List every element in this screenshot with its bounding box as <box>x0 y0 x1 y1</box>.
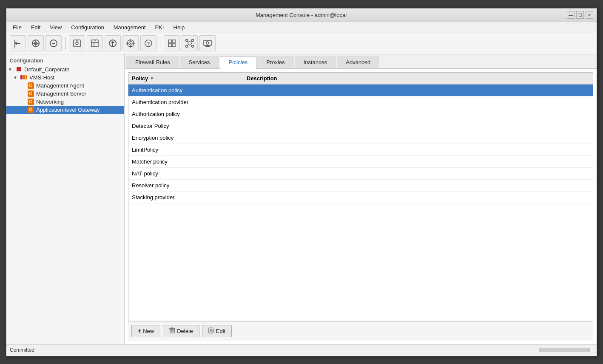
policy-row-encryption-policy[interactable]: Encryption policy <box>128 132 593 144</box>
svg-point-33 <box>186 40 188 42</box>
menu-help[interactable]: Help <box>169 23 190 32</box>
sidebar-label-networking: Networking <box>36 99 64 105</box>
sidebar-label-app-gateway: Application-level Gateway <box>36 107 100 113</box>
edit-button[interactable]: Edit <box>202 325 232 337</box>
toolbar-forward-btn[interactable] <box>28 35 44 51</box>
upload-icon <box>108 39 117 48</box>
policy-row-auth-policy[interactable]: Authentication policy <box>128 85 593 96</box>
toolbar-sep2 <box>160 37 160 50</box>
policy-row-authz-policy[interactable]: Authorization policy <box>128 108 593 120</box>
status-text: Committed <box>10 347 34 353</box>
toolbar-display-btn[interactable] <box>199 35 216 51</box>
tab-content-policies: Policy ▼ Description Authentication poli… <box>125 69 597 344</box>
policy-row-matcher-policy[interactable]: Matcher policy <box>128 156 593 168</box>
back-icon <box>13 39 23 48</box>
sidebar-item-app-gateway[interactable]: C Application-level Gateway <box>6 106 124 114</box>
toolbar-upload-btn[interactable] <box>105 35 121 51</box>
content-area: Firewall Rules Services Policies Proxies… <box>125 54 597 344</box>
scrollbar-area <box>34 348 593 352</box>
toolbar-grid-btn[interactable] <box>164 35 180 51</box>
toolbar-help-btn[interactable]: ? <box>140 35 156 51</box>
policy-desc-stacking-provider <box>243 192 593 203</box>
svg-rect-47 <box>23 75 25 79</box>
policy-name-nat-policy: NAT policy <box>128 168 243 179</box>
policy-desc-auth-policy <box>243 85 593 96</box>
sort-icon: ▼ <box>150 76 154 81</box>
policy-row-stacking-provider[interactable]: Stacking provider <box>128 192 593 203</box>
delete-icon <box>169 327 175 335</box>
svg-rect-11 <box>76 40 78 42</box>
tab-advanced[interactable]: Advanced <box>337 56 379 68</box>
tab-proxies[interactable]: Proxies <box>257 56 293 68</box>
sidebar-item-mgmt-agent[interactable]: C Management Agent <box>6 82 124 90</box>
new-label: New <box>143 328 154 334</box>
help-icon: ? <box>144 39 153 48</box>
sidebar-item-mgmt-server[interactable]: C Management Server <box>6 90 124 98</box>
toolbar-back2-btn[interactable] <box>46 35 62 51</box>
menu-pki[interactable]: PKI <box>151 23 169 32</box>
bottom-toolbar: + New <box>128 321 593 341</box>
tab-firewall-rules[interactable]: Firewall Rules <box>126 56 179 68</box>
config2-icon <box>90 39 100 48</box>
menu-view[interactable]: View <box>45 23 66 32</box>
policy-row-auth-provider[interactable]: Authentication provider <box>128 96 593 108</box>
window-title: Management Console - admin@local <box>35 12 567 18</box>
tab-services[interactable]: Services <box>180 56 219 68</box>
tabs-bar: Firewall Rules Services Policies Proxies… <box>125 54 597 69</box>
policy-name-stacking-provider: Stacking provider <box>128 192 243 203</box>
svg-point-36 <box>192 45 194 48</box>
sidebar-header: Configuration <box>6 56 124 65</box>
policy-name-authz-policy: Authorization policy <box>128 108 243 120</box>
main-window: Management Console - admin@local — ☐ ✕ F… <box>6 8 597 356</box>
sidebar-item-vms-host[interactable]: ▼ VMS-Host <box>6 73 124 82</box>
menu-configuration[interactable]: Configuration <box>66 23 108 32</box>
toggle-icon: ▼ <box>8 67 15 72</box>
toolbar-config1-btn[interactable] <box>69 35 85 51</box>
policy-name-encryption-policy: Encryption policy <box>128 132 243 144</box>
svg-line-37 <box>188 41 188 42</box>
policy-list: Authentication policy Authentication pro… <box>128 85 593 321</box>
new-button[interactable]: + New <box>131 325 160 337</box>
toolbar-target-btn[interactable] <box>122 35 139 51</box>
toolbar-nodes-btn[interactable] <box>182 35 198 51</box>
toolbar-back-btn[interactable] <box>10 35 26 51</box>
svg-rect-30 <box>168 44 171 47</box>
minimize-button[interactable]: — <box>567 11 575 19</box>
tab-policies[interactable]: Policies <box>220 56 257 69</box>
col-desc-header: Description <box>243 73 593 84</box>
svg-rect-28 <box>168 40 171 43</box>
menu-management[interactable]: Management <box>109 23 151 32</box>
svg-rect-29 <box>172 40 175 43</box>
tab-instances[interactable]: Instances <box>295 56 336 68</box>
svg-point-34 <box>192 40 194 42</box>
mgmt-server-icon: C <box>27 90 34 96</box>
svg-rect-51 <box>171 327 173 328</box>
policy-desc-matcher-policy <box>243 156 593 167</box>
menu-edit[interactable]: Edit <box>26 23 45 32</box>
policy-row-limit-policy[interactable]: LimitPolicy <box>128 144 593 156</box>
svg-point-35 <box>186 45 188 48</box>
policy-row-detector-policy[interactable]: Detector Policy <box>128 120 593 132</box>
delete-button[interactable]: Delete <box>163 325 199 337</box>
policy-name-auth-policy: Authentication policy <box>128 85 243 96</box>
policies-panel: Policy ▼ Description Authentication poli… <box>125 69 597 344</box>
svg-point-44 <box>206 42 209 44</box>
policy-desc-detector-policy <box>243 120 593 132</box>
policy-row-resolver-policy[interactable]: Resolver policy <box>128 180 593 192</box>
sidebar-item-networking[interactable]: C Networking <box>6 98 124 106</box>
svg-rect-45 <box>17 67 21 71</box>
svg-point-21 <box>130 43 131 44</box>
target-icon <box>126 39 135 48</box>
scrollbar-thumb[interactable] <box>539 348 590 352</box>
policy-row-nat-policy[interactable]: NAT policy <box>128 168 593 180</box>
menu-file[interactable]: File <box>8 23 26 32</box>
toolbar-config2-btn[interactable] <box>87 35 103 51</box>
maximize-button[interactable]: ☐ <box>576 11 584 19</box>
close-button[interactable]: ✕ <box>586 11 593 19</box>
policy-name-matcher-policy: Matcher policy <box>128 156 243 167</box>
svg-rect-15 <box>94 40 96 41</box>
toolbar: ? <box>6 33 597 54</box>
sidebar-item-default-corporate[interactable]: ▼ Default_Corporate <box>6 65 124 73</box>
svg-point-32 <box>188 42 191 45</box>
col-policy-header: Policy ▼ <box>128 73 243 84</box>
